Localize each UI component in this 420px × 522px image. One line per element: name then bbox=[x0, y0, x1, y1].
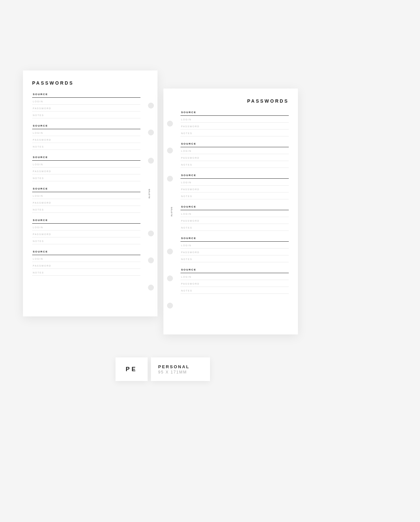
field-label-password: PASSWORD bbox=[180, 249, 289, 255]
entries-right: SOURCELOGINPASSWORDNOTESSOURCELOGINPASSW… bbox=[180, 111, 289, 294]
field-label-source: SOURCE bbox=[180, 174, 289, 179]
field-label-notes: NOTES bbox=[180, 161, 289, 168]
size-code: PE bbox=[126, 366, 137, 373]
field-label-source: SOURCE bbox=[32, 187, 140, 192]
password-entry: SOURCELOGINPASSWORDNOTES bbox=[180, 174, 289, 199]
field-label-password: PASSWORD bbox=[180, 280, 289, 287]
field-label-source: SOURCE bbox=[32, 219, 140, 224]
field-label-source: SOURCE bbox=[32, 124, 140, 129]
field-label-login: LOGIN bbox=[180, 116, 289, 123]
punch-hole bbox=[148, 103, 154, 109]
field-label-password: PASSWORD bbox=[180, 123, 289, 130]
field-label-notes: NOTES bbox=[180, 192, 289, 199]
password-entry: SOURCELOGINPASSWORDNOTES bbox=[180, 142, 289, 168]
punch-hole bbox=[148, 285, 154, 291]
entries-left: SOURCELOGINPASSWORDNOTESSOURCELOGINPASSW… bbox=[32, 93, 140, 276]
size-code-chip: PE bbox=[116, 357, 148, 381]
brand-mark: 8LOTUS bbox=[148, 189, 150, 198]
password-entry: SOURCELOGINPASSWORDNOTES bbox=[32, 219, 140, 244]
field-label-source: SOURCE bbox=[180, 205, 289, 210]
punch-hole bbox=[167, 275, 173, 281]
field-label-login: LOGIN bbox=[180, 210, 289, 217]
field-label-login: LOGIN bbox=[180, 273, 289, 280]
field-label-notes: NOTES bbox=[32, 111, 140, 118]
password-entry: SOURCELOGINPASSWORDNOTES bbox=[180, 237, 289, 262]
size-name: PERSONAL bbox=[158, 364, 203, 369]
password-entry: SOURCELOGINPASSWORDNOTES bbox=[32, 124, 140, 150]
field-label-notes: NOTES bbox=[180, 130, 289, 136]
punch-hole bbox=[167, 249, 173, 254]
password-entry: SOURCELOGINPASSWORDNOTES bbox=[32, 250, 140, 276]
field-label-password: PASSWORD bbox=[32, 105, 140, 111]
size-dimensions: 95 X 171MM bbox=[158, 370, 203, 374]
punch-hole bbox=[167, 303, 173, 309]
password-entry: SOURCELOGINPASSWORDNOTES bbox=[180, 205, 289, 231]
field-label-notes: NOTES bbox=[180, 287, 289, 294]
field-label-login: LOGIN bbox=[32, 255, 140, 262]
password-entry: SOURCELOGINPASSWORDNOTES bbox=[32, 187, 140, 213]
field-label-password: PASSWORD bbox=[32, 168, 140, 174]
punch-hole bbox=[167, 148, 173, 153]
field-label-login: LOGIN bbox=[32, 224, 140, 231]
field-label-login: LOGIN bbox=[180, 147, 289, 154]
field-label-source: SOURCE bbox=[180, 268, 289, 273]
password-entry: SOURCELOGINPASSWORDNOTES bbox=[32, 156, 140, 181]
field-label-notes: NOTES bbox=[32, 206, 140, 213]
planner-page-left: 8LOTUS PASSWORDS SOURCELOGINPASSWORDNOTE… bbox=[23, 70, 158, 316]
field-label-source: SOURCE bbox=[32, 156, 140, 161]
field-label-password: PASSWORD bbox=[180, 186, 289, 192]
field-label-password: PASSWORD bbox=[32, 199, 140, 206]
field-label-password: PASSWORD bbox=[32, 231, 140, 237]
password-entry: SOURCELOGINPASSWORDNOTES bbox=[180, 111, 289, 136]
page-content-right: PASSWORDS SOURCELOGINPASSWORDNOTESSOURCE… bbox=[173, 98, 289, 325]
field-label-notes: NOTES bbox=[180, 224, 289, 231]
field-label-source: SOURCE bbox=[180, 111, 289, 116]
field-label-login: LOGIN bbox=[32, 98, 140, 105]
field-label-notes: NOTES bbox=[32, 174, 140, 181]
punch-hole bbox=[167, 176, 173, 182]
field-label-login: LOGIN bbox=[32, 161, 140, 168]
password-entry: SOURCELOGINPASSWORDNOTES bbox=[32, 93, 140, 118]
punch-hole bbox=[148, 231, 154, 236]
field-label-login: LOGIN bbox=[32, 192, 140, 199]
field-label-source: SOURCE bbox=[32, 250, 140, 255]
password-entry: SOURCELOGINPASSWORDNOTES bbox=[180, 268, 289, 294]
field-label-password: PASSWORD bbox=[180, 217, 289, 224]
punch-hole bbox=[148, 158, 154, 164]
field-label-login: LOGIN bbox=[180, 179, 289, 186]
field-label-password: PASSWORD bbox=[32, 262, 140, 269]
field-label-notes: NOTES bbox=[32, 237, 140, 244]
page-title: PASSWORDS bbox=[173, 98, 289, 104]
field-label-notes: NOTES bbox=[32, 143, 140, 150]
field-label-notes: NOTES bbox=[32, 269, 140, 276]
field-label-notes: NOTES bbox=[180, 255, 289, 262]
punch-hole bbox=[167, 121, 173, 127]
field-label-source: SOURCE bbox=[32, 93, 140, 98]
field-label-source: SOURCE bbox=[180, 142, 289, 147]
page-content-left: PASSWORDS SOURCELOGINPASSWORDNOTESSOURCE… bbox=[32, 80, 148, 307]
field-label-password: PASSWORD bbox=[32, 136, 140, 143]
punch-hole bbox=[148, 257, 154, 263]
field-label-password: PASSWORD bbox=[180, 154, 289, 161]
page-title: PASSWORDS bbox=[32, 80, 148, 86]
field-label-source: SOURCE bbox=[180, 237, 289, 242]
punch-hole bbox=[148, 130, 154, 135]
planner-page-right: 8LOTUS PASSWORDS SOURCELOGINPASSWORDNOTE… bbox=[163, 89, 298, 334]
brand-mark: 8LOTUS bbox=[171, 207, 173, 216]
stage: 8LOTUS PASSWORDS SOURCELOGINPASSWORDNOTE… bbox=[0, 0, 420, 522]
field-label-login: LOGIN bbox=[180, 242, 289, 249]
field-label-login: LOGIN bbox=[32, 129, 140, 136]
size-label-chip: PERSONAL 95 X 171MM bbox=[151, 357, 210, 381]
